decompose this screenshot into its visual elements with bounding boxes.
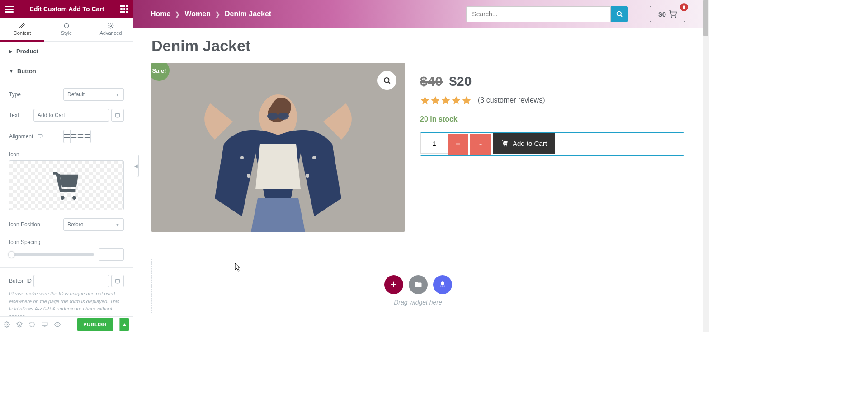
drop-zone[interactable]: + Drag widget here	[151, 259, 684, 313]
svg-point-21	[440, 286, 441, 287]
caret-right-icon: ▶	[9, 49, 13, 54]
button-id-label: Button ID	[9, 278, 33, 284]
row-spacer	[555, 133, 684, 155]
add-to-cart-row: + - Add to Cart	[420, 132, 684, 156]
section-button-body: Type Default ▼ Text	[0, 81, 133, 268]
align-left-button[interactable]	[64, 130, 70, 143]
cart-icon	[501, 140, 509, 147]
svg-point-2	[116, 113, 120, 114]
icon-spacing-slider[interactable]	[9, 253, 94, 256]
gear-icon	[108, 23, 114, 29]
preview-icon[interactable]	[54, 321, 61, 328]
blocks-icon	[439, 281, 447, 289]
mini-cart[interactable]: $0 0	[650, 6, 685, 22]
cart-badge: 0	[680, 3, 688, 11]
tab-style[interactable]: Style	[44, 18, 89, 41]
dynamic-tags-button[interactable]	[111, 109, 124, 122]
alignment-label: Alignment	[9, 133, 63, 140]
quantity-input[interactable]	[420, 133, 448, 154]
text-input[interactable]	[33, 109, 109, 122]
align-right-button[interactable]	[77, 130, 84, 143]
svg-point-22	[442, 286, 443, 287]
page-scrollbar[interactable]	[703, 0, 709, 332]
dynamic-tags-button[interactable]	[111, 275, 124, 287]
svg-point-1	[110, 25, 112, 27]
product-rating: (3 customer reviews)	[420, 95, 684, 105]
quantity-plus-button[interactable]: +	[448, 134, 468, 155]
product-title: Denim Jacket	[151, 37, 684, 55]
svg-rect-3	[38, 135, 42, 137]
settings-icon[interactable]	[4, 321, 10, 328]
database-icon	[115, 278, 120, 284]
theme-builder-button[interactable]	[433, 275, 452, 294]
align-center-button[interactable]	[70, 130, 77, 143]
breadcrumb-item[interactable]: Home	[151, 10, 170, 18]
tab-content[interactable]: Content	[0, 18, 44, 41]
product-price: $40 $20	[420, 74, 684, 89]
template-library-button[interactable]	[409, 275, 428, 294]
icon-spacing-input[interactable]	[99, 248, 124, 261]
tab-advanced[interactable]: Advanced	[89, 18, 133, 41]
svg-point-0	[64, 23, 68, 28]
type-select[interactable]: Default ▼	[63, 88, 124, 101]
publish-options-button[interactable]: ▲	[119, 318, 129, 331]
svg-point-15	[278, 113, 289, 120]
panel-tabs: Content Style Advanced	[0, 18, 133, 42]
add-section-button[interactable]: +	[384, 275, 403, 294]
search-button[interactable]	[611, 6, 628, 22]
hamburger-icon[interactable]	[5, 6, 14, 13]
type-label: Type	[9, 91, 63, 98]
preview-area: Home ❯ Women ❯ Denim Jacket $0 0 Denim J…	[133, 0, 703, 332]
product-image-wrap: Sale!	[151, 63, 405, 232]
search-input[interactable]	[466, 6, 611, 22]
section-button[interactable]: ▼ Button	[0, 61, 133, 81]
section-product[interactable]: ▶ Product	[0, 42, 133, 61]
history-icon[interactable]	[29, 321, 35, 328]
breadcrumb-item[interactable]: Women	[184, 10, 210, 18]
chevron-down-icon: ▼	[115, 222, 120, 227]
publish-button[interactable]: PUBLISH	[77, 318, 113, 331]
cart-icon	[48, 169, 85, 201]
panel-header: Edit Custom Add To Cart	[0, 0, 133, 18]
reviews-link[interactable]: (3 customer reviews)	[478, 96, 545, 104]
alignment-group	[63, 130, 91, 143]
product-area: Denim Jacket Sale!	[133, 28, 703, 241]
svg-point-9	[671, 17, 672, 18]
quantity-minus-button[interactable]: -	[470, 134, 491, 155]
svg-point-17	[312, 156, 316, 159]
svg-point-5	[6, 324, 8, 325]
product-info: $40 $20 (3 customer reviews) 20	[420, 63, 684, 232]
svg-point-8	[617, 12, 621, 16]
align-justify-button[interactable]	[84, 130, 90, 143]
navigator-icon[interactable]	[16, 321, 23, 328]
button-id-input[interactable]	[33, 275, 109, 287]
product-image[interactable]	[151, 63, 405, 232]
responsive-icon[interactable]	[42, 321, 48, 328]
scrollbar-thumb[interactable]	[703, 0, 708, 36]
icon-position-select[interactable]: Before ▼	[63, 218, 124, 231]
collapse-panel-button[interactable]: ◀	[133, 155, 139, 177]
button-id-help: Please make sure the ID is unique and no…	[9, 290, 124, 316]
pencil-icon	[19, 23, 25, 29]
svg-rect-6	[42, 322, 47, 325]
chevron-right-icon: ❯	[175, 11, 180, 18]
database-icon	[115, 113, 120, 118]
svg-point-16	[240, 156, 244, 159]
svg-point-11	[384, 78, 389, 83]
breadcrumb-item[interactable]: Denim Jacket	[225, 10, 271, 18]
icon-label: Icon	[9, 151, 124, 158]
search-icon	[616, 10, 623, 18]
folder-icon	[414, 281, 422, 289]
zoom-button[interactable]	[377, 71, 396, 90]
svg-point-10	[675, 17, 676, 18]
slider-thumb[interactable]	[8, 251, 15, 258]
icon-preview[interactable]	[9, 160, 124, 210]
add-to-cart-button[interactable]: Add to Cart	[493, 133, 555, 154]
panel-footer: PUBLISH ▲	[0, 316, 133, 332]
desktop-icon[interactable]	[38, 133, 43, 140]
search-icon	[383, 76, 391, 84]
grid-icon[interactable]	[120, 5, 128, 13]
icon-position-label: Icon Position	[9, 221, 63, 228]
droplet-icon	[63, 23, 70, 29]
editor-panel: Edit Custom Add To Cart Content Style Ad…	[0, 0, 133, 332]
